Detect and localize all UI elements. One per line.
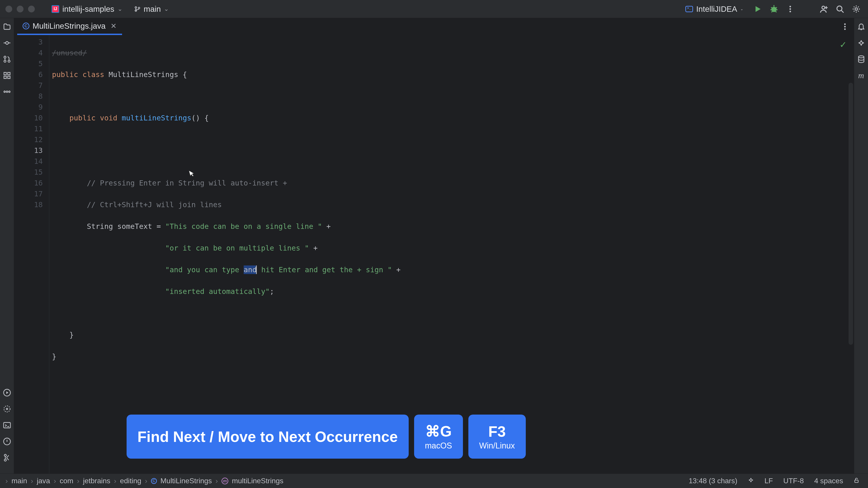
file-encoding[interactable]: UTF-8 — [780, 477, 807, 485]
indent-info[interactable]: 4 spaces — [811, 477, 846, 485]
chevron-down-icon: ⌄ — [164, 5, 169, 12]
terminal-tool-icon[interactable] — [2, 420, 12, 430]
svg-point-26 — [4, 454, 6, 456]
svg-point-13 — [8, 60, 10, 62]
run-tool-icon[interactable] — [2, 388, 12, 398]
svg-point-10 — [6, 41, 8, 44]
project-selector[interactable]: IJ intellij-samples ⌄ — [48, 3, 127, 15]
more-tools-icon[interactable] — [2, 87, 12, 97]
editor-scrollbar[interactable] — [848, 83, 853, 345]
svg-point-18 — [4, 91, 5, 93]
line-number: 15 — [14, 167, 43, 177]
inspection-ok-icon[interactable]: ✓ — [839, 40, 847, 50]
code-text: ; — [270, 287, 274, 296]
settings-button[interactable] — [850, 3, 863, 15]
svg-point-31 — [859, 56, 864, 58]
chevron-right-icon: › — [54, 477, 56, 485]
debug-button[interactable] — [768, 3, 780, 15]
shortcut-mac-panel: ⌘G macOS — [414, 415, 463, 459]
search-everywhere-button[interactable] — [834, 3, 846, 15]
svg-point-11 — [4, 56, 6, 58]
svg-rect-14 — [4, 72, 6, 75]
problems-tool-icon[interactable] — [2, 436, 12, 447]
more-actions-button[interactable] — [784, 3, 797, 15]
line-number: 7 — [14, 80, 43, 91]
pull-requests-icon[interactable] — [2, 54, 12, 64]
svg-rect-24 — [4, 422, 10, 428]
shortcut-mac-key: ⌘G — [425, 423, 452, 440]
editor-tab-active[interactable]: C MultiLineStrings.java ✕ — [17, 18, 122, 35]
chevron-right-icon: › — [31, 477, 33, 485]
shortcut-win-panel: F3 Win/Linux — [468, 415, 526, 459]
java-class-icon: C — [151, 478, 157, 484]
commit-tool-icon[interactable] — [2, 38, 12, 48]
code-text: + — [309, 244, 318, 252]
line-number: 17 — [14, 188, 43, 199]
tab-more-icon[interactable] — [839, 20, 851, 33]
run-configuration-selector[interactable]: IntelliJIDEA ⌄ — [681, 3, 748, 15]
maven-tool-icon[interactable]: m — [856, 70, 866, 80]
breadcrumb-item[interactable]: java — [37, 477, 50, 485]
editor-area: C MultiLineStrings.java ✕ 3 4 5 6 7 8 9 … — [14, 18, 854, 474]
maximize-window[interactable] — [28, 6, 35, 12]
code-text: // Ctrl+Shift+J will join lines — [87, 200, 222, 209]
code-content[interactable]: /unused/ public class MultiLineStrings {… — [49, 35, 854, 474]
code-text: multiLineStrings — [122, 113, 191, 122]
minimize-window[interactable] — [17, 6, 24, 12]
svg-rect-32 — [855, 480, 858, 483]
breadcrumb-item[interactable]: com — [60, 477, 73, 485]
breadcrumb-item[interactable]: main — [11, 477, 27, 485]
line-number: 13 — [14, 145, 43, 156]
branch-selector[interactable]: main ⌄ — [130, 3, 173, 15]
breadcrumb-item[interactable]: jetbrains — [83, 477, 110, 485]
breadcrumbs[interactable]: › main › java › com › jetbrains › editin… — [5, 477, 283, 485]
vcs-tool-icon[interactable] — [2, 453, 12, 463]
svg-point-3 — [772, 7, 776, 11]
code-text: "inserted automatically" — [165, 287, 270, 296]
project-tool-icon[interactable] — [2, 22, 12, 32]
run-button[interactable] — [751, 3, 764, 15]
structure-tool-icon[interactable] — [2, 70, 12, 80]
shortcut-mac-os: macOS — [425, 441, 452, 451]
shortcut-title: Find Next / Move to Next Occurrence — [137, 428, 398, 445]
line-separator[interactable]: LF — [761, 477, 776, 485]
java-method-icon: m — [221, 478, 228, 484]
code-text: } — [52, 352, 56, 361]
code-text: MultiLineStrings { — [108, 70, 187, 79]
line-number: 10 — [14, 112, 43, 123]
breadcrumb-item[interactable]: editing — [120, 477, 141, 485]
editor-body[interactable]: 3 4 5 6 7 8 9 10 11 12 13 14 15 16 17 18… — [14, 35, 854, 474]
readonly-lock-icon[interactable] — [850, 477, 863, 485]
ai-assistant-icon[interactable] — [856, 38, 866, 48]
svg-point-7 — [822, 6, 825, 9]
code-text: () { — [191, 113, 209, 122]
ai-status-icon[interactable] — [745, 477, 757, 485]
notifications-icon[interactable] — [856, 22, 866, 32]
breadcrumb-item[interactable]: multiLineStrings — [232, 477, 283, 485]
status-bar: › main › java › com › jetbrains › editin… — [0, 474, 868, 488]
code-text: hit Enter and get the + sign " — [257, 265, 392, 274]
chevron-right-icon: › — [77, 477, 79, 485]
line-number: 8 — [14, 91, 43, 102]
database-tool-icon[interactable] — [856, 54, 866, 64]
line-number: 9 — [14, 102, 43, 112]
line-number: 14 — [14, 156, 43, 167]
svg-point-20 — [8, 91, 10, 93]
selected-text: and — [244, 265, 257, 274]
breadcrumb-item[interactable]: MultiLineStrings — [160, 477, 212, 485]
code-text: "and you can type — [165, 265, 244, 274]
chevron-right-icon: › — [5, 477, 8, 485]
caret-position[interactable]: 13:48 (3 chars) — [686, 477, 741, 485]
close-window[interactable] — [5, 6, 12, 12]
close-tab-icon[interactable]: ✕ — [111, 22, 117, 30]
code-with-me-button[interactable] — [817, 3, 830, 15]
intellij-logo-icon: IJ — [52, 5, 59, 13]
titlebar: IJ intellij-samples ⌄ main ⌄ IntelliJIDE… — [0, 0, 868, 18]
code-text: /unused/ — [52, 48, 87, 57]
shortcut-title-panel: Find Next / Move to Next Occurrence — [127, 415, 409, 459]
code-text: "or it can be on multiple lines " — [165, 244, 309, 252]
svg-point-6 — [789, 11, 791, 12]
services-tool-icon[interactable] — [2, 404, 12, 414]
text-caret — [256, 265, 257, 274]
chevron-right-icon: › — [114, 477, 116, 485]
